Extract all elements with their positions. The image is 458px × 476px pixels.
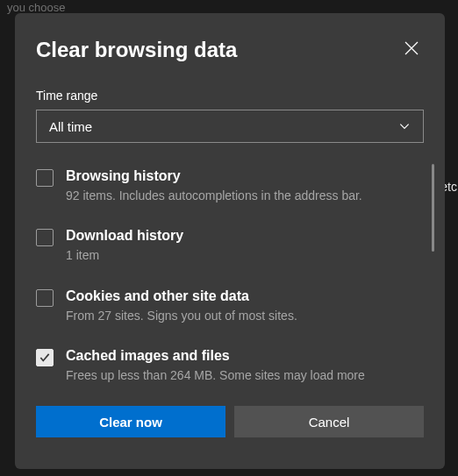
option-text: Cookies and other site data From 27 site… [66,288,424,324]
option-title: Download history [66,227,424,245]
close-button[interactable] [396,32,427,64]
time-range-value: All time [49,119,92,134]
clear-browsing-data-dialog: Clear browsing data Time range All time … [15,13,445,469]
option-desc: Frees up less than 264 MB. Some sites ma… [66,367,424,385]
option-text: Download history 1 item [66,227,424,264]
checkbox-download-history[interactable] [36,229,54,246]
option-text: Browsing history 92 items. Includes auto… [66,167,424,204]
option-cached-images-files: Cached images and files Frees up less th… [36,347,424,399]
clear-now-button[interactable]: Clear now [36,406,225,437]
cancel-button[interactable]: Cancel [234,406,424,437]
close-icon [404,41,419,55]
option-title: Browsing history [66,167,424,186]
scrollbar[interactable] [432,164,434,252]
dialog-title: Clear browsing data [36,38,237,62]
option-desc: 92 items. Includes autocompletions in th… [66,188,424,205]
options-list: Browsing history 92 items. Includes auto… [15,162,445,399]
checkbox-cached-images-files[interactable] [36,349,54,366]
option-desc: 1 item [66,247,424,265]
option-desc: From 27 sites. Signs you out of most sit… [66,308,424,325]
option-download-history: Download history 1 item [36,227,424,287]
dialog-header: Clear browsing data [15,13,445,64]
background-partial-text: you choose [7,1,66,14]
option-title: Cached images and files [66,347,424,366]
time-range-select[interactable]: All time [36,110,424,143]
option-cookies-site-data: Cookies and other site data From 27 site… [36,288,424,347]
option-browsing-history: Browsing history 92 items. Includes auto… [36,167,424,227]
time-range-label: Time range [15,64,445,110]
checkbox-browsing-history[interactable] [36,169,54,187]
checkbox-cookies-site-data[interactable] [36,289,54,307]
option-text: Cached images and files Frees up less th… [66,347,424,384]
chevron-down-icon [398,120,411,132]
dialog-actions: Clear now Cancel [15,399,445,437]
option-title: Cookies and other site data [66,288,424,306]
